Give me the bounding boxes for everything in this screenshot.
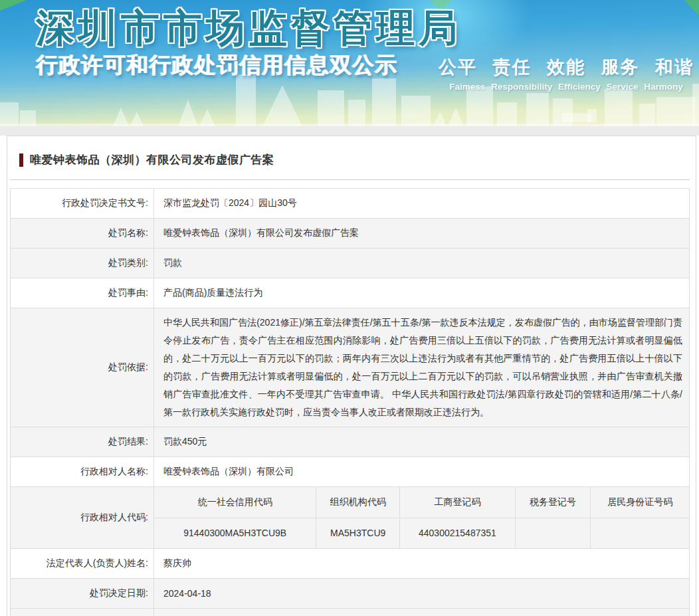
party-codes-table: 统一社会信用代码 组织机构代码 工商登记码 税务登记号 居民身份证号码 9144… (154, 487, 689, 548)
table-row: 处罚决定日期: 2024-04-18 (11, 579, 690, 609)
title-separator (10, 179, 690, 180)
penalty-info-table: 行政处罚决定书文号: 深市监龙处罚〔2024〕园山30号 处罚名称: 唯爱钟表饰… (10, 188, 690, 616)
table-row: 行政相对人名称: 唯爱钟表饰品（深圳）有限公司 (11, 457, 690, 487)
green-ribbon-decoration-left (0, 0, 29, 12)
banner-subtitle: 行政许可和行政处罚信用信息双公示 (36, 51, 397, 80)
penalty-reason-value: 产品(商品)质量违法行为 (154, 278, 690, 308)
table-row: 行政处罚决定书文号: 深市监龙处罚〔2024〕园山30号 (11, 189, 690, 219)
doc-number-value: 深市监龙处罚〔2024〕园山30号 (154, 189, 690, 219)
green-ribbon-decoration-right (682, 0, 699, 17)
case-title: 唯爱钟表饰品（深圳）有限公司发布虚假广告案 (30, 152, 274, 167)
legal-rep-label: 法定代表人(负责人)姓名: (11, 549, 154, 579)
table-row: 处罚类别: 罚款 (11, 249, 690, 278)
agency-title: 深圳市市场监督管理局 (36, 3, 461, 54)
penalty-basis-label: 处罚依据: (11, 308, 154, 427)
penalty-reason-label: 处罚事由: (11, 278, 154, 308)
codes-header-row: 统一社会信用代码 组织机构代码 工商登记码 税务登记号 居民身份证号码 (154, 487, 689, 518)
table-row: 法定代表人(负责人)姓名: 蔡庆帅 (11, 549, 690, 579)
credit-code-value: 91440300MA5H3TCU9B (154, 518, 316, 548)
credit-code-header: 统一社会信用代码 (154, 487, 316, 518)
slogan-block: 公平 责任 效能 服务 和谐 Faimess Responsibility Ef… (439, 55, 694, 92)
penalty-basis-value: 中华人民共和国广告法(2021修正)/第五章法律责任/第五十五条/第一款违反本法… (154, 308, 690, 427)
org-code-value: MA5H3TCU9 (316, 518, 400, 548)
header-divider-strip (0, 126, 699, 136)
slogan-chinese: 公平 责任 效能 服务 和谐 (439, 55, 694, 79)
table-row: 处罚机关: 深圳市市场监督管理局龙岗监管局 (11, 609, 690, 616)
table-row-party-codes: 行政相对人代码: 统一社会信用代码 组织机构代码 工商登记码 税务登记号 居民身… (11, 487, 690, 549)
case-title-block: 唯爱钟表饰品（深圳）有限公司发布虚假广告案 (19, 152, 690, 167)
header-banner: 深圳市市场监督管理局 行政许可和行政处罚信用信息双公示 公平 责任 效能 服务 … (0, 0, 699, 126)
penalty-result-label: 处罚结果: (11, 427, 154, 457)
decision-date-label: 处罚决定日期: (11, 579, 154, 609)
id-number-value (591, 518, 689, 548)
legal-rep-value: 蔡庆帅 (154, 549, 690, 579)
decision-date-value: 2024-04-18 (154, 579, 690, 609)
doc-number-label: 行政处罚决定书文号: (11, 189, 154, 219)
penalty-name-value: 唯爱钟表饰品（深圳）有限公司发布虚假广告案 (154, 219, 690, 249)
penalty-authority-label: 处罚机关: (11, 609, 154, 616)
penalty-type-value: 罚款 (154, 249, 690, 278)
business-reg-value: 440300215487351 (399, 518, 515, 548)
table-row: 处罚事由: 产品(商品)质量违法行为 (11, 278, 690, 308)
party-codes-cell: 统一社会信用代码 组织机构代码 工商登记码 税务登记号 居民身份证号码 9144… (154, 487, 690, 549)
penalty-name-label: 处罚名称: (11, 219, 154, 249)
slogan-english: Faimess Responsibility Efficiency Servic… (439, 82, 694, 92)
penalty-type-label: 处罚类别: (11, 249, 154, 278)
org-code-header: 组织机构代码 (316, 487, 400, 518)
table-row: 处罚结果: 罚款450元 (11, 427, 690, 457)
table-row: 处罚名称: 唯爱钟表饰品（深圳）有限公司发布虚假广告案 (11, 219, 690, 249)
tax-reg-value (515, 518, 591, 548)
party-name-label: 行政相对人名称: (11, 457, 154, 487)
party-name-value: 唯爱钟表饰品（深圳）有限公司 (154, 457, 690, 487)
content-panel: 唯爱钟表饰品（深圳）有限公司发布虚假广告案 行政处罚决定书文号: 深市监龙处罚〔… (7, 136, 696, 616)
party-codes-label: 行政相对人代码: (11, 487, 154, 549)
tax-reg-header: 税务登记号 (515, 487, 591, 518)
penalty-authority-value: 深圳市市场监督管理局龙岗监管局 (154, 609, 690, 616)
business-reg-header: 工商登记码 (399, 487, 515, 518)
penalty-result-value: 罚款450元 (154, 427, 690, 457)
table-row: 处罚依据: 中华人民共和国广告法(2021修正)/第五章法律责任/第五十五条/第… (11, 308, 690, 427)
id-number-header: 居民身份证号码 (591, 487, 689, 518)
title-accent-bar (19, 154, 23, 167)
codes-value-row: 91440300MA5H3TCU9B MA5H3TCU9 44030021548… (154, 518, 689, 548)
